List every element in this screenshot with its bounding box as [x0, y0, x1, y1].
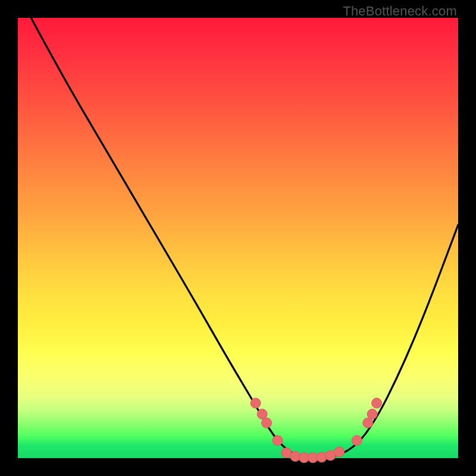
- curve-marker: [262, 418, 272, 428]
- curve-marker: [334, 447, 345, 457]
- bottleneck-curve-svg: [18, 18, 458, 458]
- curve-marker: [317, 452, 327, 462]
- bottleneck-curve-path: [31, 18, 458, 458]
- curve-marker: [352, 436, 362, 446]
- curve-marker: [250, 398, 261, 408]
- curve-marker: [367, 409, 377, 419]
- curve-marker: [290, 452, 300, 462]
- curve-marker: [273, 436, 283, 446]
- chart-plot-area: [18, 18, 458, 458]
- attribution-text: TheBottleneck.com: [343, 4, 457, 19]
- curve-marker: [372, 398, 382, 408]
